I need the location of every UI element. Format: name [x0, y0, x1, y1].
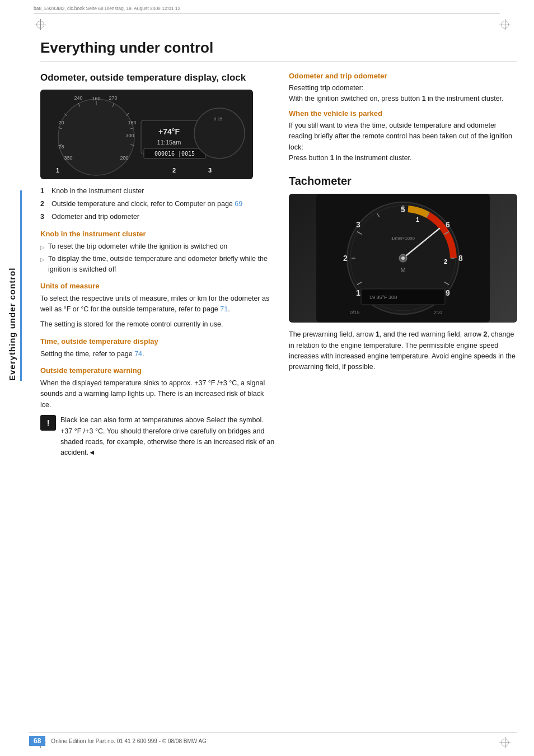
bullet-1: ▷ To reset the trip odometer while the i…: [40, 241, 275, 252]
main-content: Everything under control Odometer, outsi…: [29, 28, 534, 756]
footer-page-number: 68: [29, 736, 45, 746]
svg-text:+74°F: +74°F: [158, 127, 180, 136]
svg-point-1: [58, 99, 134, 175]
knob-bullet-list: ▷ To reset the trip odometer while the i…: [40, 241, 275, 274]
svg-text:5: 5: [401, 205, 405, 214]
warning-box: ! Black ice can also form at temperature…: [40, 415, 275, 459]
svg-text:9: 9: [446, 288, 450, 297]
warning-icon: !: [40, 415, 56, 431]
tachometer-svg: 5 3 2 1 6 8 9 1/min×1000: [316, 194, 490, 323]
svg-text:0.15: 0.15: [214, 116, 223, 122]
cluster-image: 160 180 -20 -28 240 270 300 200 330 1 +7…: [40, 90, 253, 179]
svg-text:3: 3: [208, 167, 212, 174]
left-column: Odometer, outside temperature display, c…: [40, 72, 275, 463]
svg-text:-28: -28: [57, 144, 64, 150]
subsection-units-heading: Units of measure: [40, 282, 275, 290]
subsection-time-heading: Time, outside temperature display: [40, 337, 275, 346]
warning-box-text: Black ice can also form at temperatures …: [60, 415, 275, 459]
link-page-71[interactable]: 71: [220, 305, 228, 313]
rhs-parked-text: If you still want to view the time, outs…: [289, 120, 517, 164]
svg-text:270: 270: [109, 95, 117, 101]
svg-text:2: 2: [343, 254, 348, 263]
svg-text:1: 1: [356, 288, 360, 297]
svg-text:210: 210: [434, 310, 442, 315]
subsection-warning-heading: Outside temperature warning: [40, 366, 275, 375]
sidebar-label: Everything under control: [7, 190, 22, 381]
link-page-69[interactable]: 69: [235, 200, 242, 208]
svg-text:0/15: 0/15: [350, 310, 360, 315]
svg-text:8: 8: [458, 254, 463, 263]
header-info: ba8_E9293M3_cic.book Seite 68 Dienstag, …: [34, 6, 500, 11]
svg-text:000016 |0015: 000016 |0015: [154, 151, 195, 157]
units-para-2: The setting is stored for the remote con…: [40, 319, 275, 330]
svg-text:1: 1: [56, 167, 59, 174]
rhs-odometer-heading: Odometer and trip odometer: [289, 72, 517, 80]
list-item-2: 2 Outside temperature and clock, refer t…: [40, 199, 275, 209]
left-section-heading: Odometer, outside temperature display, c…: [40, 72, 275, 84]
list-item-3: 3 Odometer and trip odometer: [40, 212, 275, 222]
svg-text:2: 2: [444, 258, 447, 265]
footer-copyright: Online Edition for Part no. 01 41 2 600 …: [51, 738, 207, 744]
two-column-layout: Odometer, outside temperature display, c…: [40, 72, 517, 463]
svg-point-30: [194, 108, 245, 158]
svg-text:11:15am: 11:15am: [157, 139, 181, 146]
rhs-odometer-text: Resetting trip odometer: With the igniti…: [289, 83, 517, 105]
svg-text:2: 2: [172, 167, 176, 174]
tachometer-image: 5 3 2 1 6 8 9 1/min×1000: [289, 194, 517, 323]
bullet-icon-2: ▷: [40, 255, 45, 275]
bullet-2: ▷ To display the time, outside temperatu…: [40, 254, 275, 275]
svg-text:M: M: [400, 267, 405, 273]
time-para: Setting the time, refer to page 74.: [40, 349, 275, 360]
svg-text:19  85°F  300: 19 85°F 300: [369, 295, 397, 300]
sidebar: Everything under control: [0, 34, 29, 538]
svg-text:300: 300: [125, 133, 134, 138]
right-column: Odometer and trip odometer Resetting tri…: [289, 72, 517, 463]
tachometer-heading: Tachometer: [289, 174, 517, 188]
svg-text:1/min×1000: 1/min×1000: [391, 236, 415, 241]
svg-text:200: 200: [120, 155, 128, 161]
bullet-icon-1: ▷: [40, 243, 45, 252]
svg-point-54: [401, 256, 405, 260]
svg-text:330: 330: [64, 155, 72, 161]
page-title: Everything under control: [40, 39, 517, 62]
svg-text:1: 1: [416, 216, 419, 223]
units-para-1: To select the respective units of measur…: [40, 293, 275, 315]
link-page-74[interactable]: 74: [134, 350, 142, 358]
numbered-list: 1 Knob in the instrument cluster 2 Outsi…: [40, 186, 275, 222]
list-item-1: 1 Knob in the instrument cluster: [40, 186, 275, 197]
svg-text:6: 6: [446, 220, 450, 229]
svg-text:3: 3: [356, 220, 360, 229]
footer: 68 Online Edition for Part no. 01 41 2 6…: [29, 732, 517, 746]
svg-text:-20: -20: [57, 120, 64, 125]
svg-text:240: 240: [74, 95, 82, 101]
cluster-svg: 160 180 -20 -28 240 270 300 200 330 1 +7…: [40, 90, 253, 179]
warning-para: When the displayed temperature sinks to …: [40, 378, 275, 410]
svg-text:160: 160: [92, 96, 100, 101]
rhs-parked-heading: When the vehicle is parked: [289, 109, 517, 118]
header-line: [34, 13, 500, 14]
subsection-knob-heading: Knob in the instrument cluster: [40, 230, 275, 238]
tachometer-text: The prewarning field, arrow 1, and the r…: [289, 329, 517, 373]
svg-text:180: 180: [128, 120, 136, 125]
